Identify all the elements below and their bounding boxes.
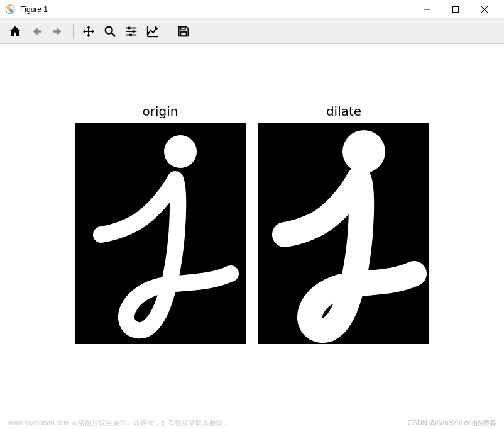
svg-rect-10 — [128, 26, 131, 29]
toolbar-separator — [73, 24, 74, 39]
toolbar-separator — [168, 24, 168, 39]
footer-right: CSDN @SongYuLong的博客 — [408, 418, 496, 428]
toolbar — [0, 19, 504, 44]
app-icon — [5, 4, 15, 14]
minimize-button[interactable] — [412, 0, 441, 19]
forward-button[interactable] — [48, 21, 68, 42]
svg-rect-12 — [133, 30, 135, 33]
image-dilate — [258, 123, 429, 344]
footer: www.toymoban.com 网络图片仅供展示，非存储，如有侵权请联系删除。… — [0, 416, 504, 429]
svg-point-7 — [106, 26, 112, 33]
subplot-dilate: dilate — [258, 104, 429, 344]
svg-rect-14 — [129, 33, 132, 36]
svg-rect-17 — [180, 26, 185, 30]
figure-canvas[interactable]: origin dilate — [0, 44, 504, 416]
svg-line-8 — [112, 33, 116, 36]
pan-button[interactable] — [79, 21, 99, 42]
titlebar: Figure 1 — [0, 0, 504, 19]
subplot-title: dilate — [326, 104, 361, 119]
svg-rect-18 — [180, 31, 186, 35]
close-button[interactable] — [470, 0, 499, 19]
maximize-button[interactable] — [441, 0, 470, 19]
back-button[interactable] — [26, 21, 47, 42]
save-button[interactable] — [173, 21, 194, 42]
configure-subplots-button[interactable] — [121, 21, 141, 42]
zoom-button[interactable] — [100, 21, 120, 42]
home-button[interactable] — [5, 21, 25, 42]
footer-left: www.toymoban.com 网络图片仅供展示，非存储，如有侵权请联系删除。 — [8, 418, 408, 428]
subplot-origin: origin — [75, 104, 246, 344]
edit-axes-button[interactable] — [143, 21, 163, 42]
svg-point-20 — [164, 135, 197, 168]
window-title: Figure 1 — [20, 5, 48, 14]
subplot-title: origin — [143, 104, 178, 119]
svg-rect-4 — [453, 6, 459, 12]
image-origin — [75, 123, 246, 344]
svg-point-2 — [9, 9, 13, 13]
window-controls — [412, 0, 499, 19]
svg-point-22 — [342, 130, 385, 173]
